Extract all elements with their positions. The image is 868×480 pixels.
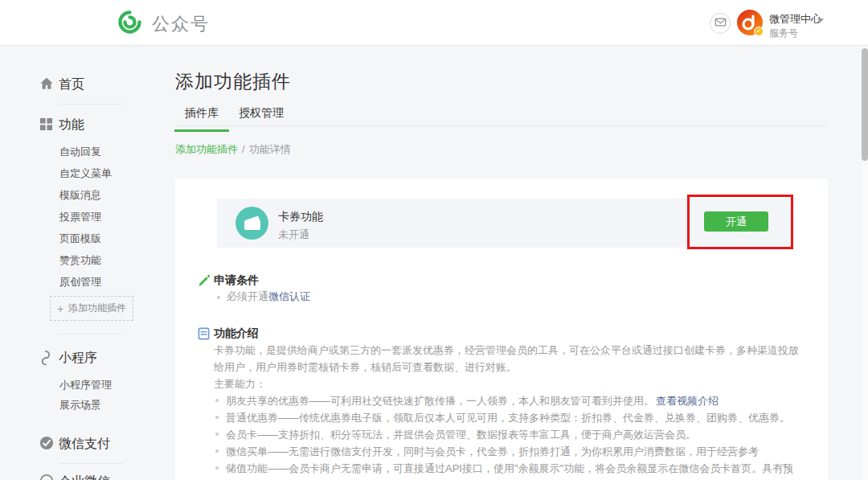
list-item: 微信买单——无需进行微信支付开发，同时与会员卡，代金券，折扣券打通，为你积累用户… [214, 443, 800, 460]
add-plugin-label: 添加功能插件 [68, 302, 126, 315]
sidebar-item-original-management[interactable]: 原创管理 [59, 275, 101, 289]
sidebar-item-miniprogram-management[interactable]: 小程序管理 [59, 378, 112, 392]
bullet-text: 朋友共享的优惠券——可利用社交链快速扩散传播，一人领券，本人和朋友皆可看到并使用… [226, 395, 654, 407]
miniprogram-icon [39, 350, 54, 364]
brand: 公众号 [117, 10, 210, 38]
apply-conditions-title: 申请条件 [214, 273, 259, 288]
scrollbar-thumb[interactable] [862, 48, 868, 161]
account-type-label: 服务号 [769, 27, 798, 40]
bullet-dot [217, 296, 220, 299]
feature-status: 未开通 [278, 228, 309, 242]
chevron-down-icon[interactable] [817, 18, 824, 23]
list-item: 储值功能——会员卡商户无需申请，可直接通过API接口，使用"余额展示"功能，将会… [214, 460, 800, 480]
bullet-text: 微信买单——无需进行微信支付开发，同时与会员卡，代金券，折扣券打通，为你积累用户… [226, 445, 759, 457]
requirement-text: 必须开通 [227, 290, 268, 302]
activate-button[interactable]: 开通 [704, 211, 768, 232]
sidebar-item-vote-management[interactable]: 投票管理 [59, 210, 101, 224]
account-name[interactable]: 微管理中心 [769, 12, 821, 27]
apply-requirement: 必须开通微信认证 [217, 289, 310, 304]
wechat-mp-admin: 公众号 ✓ 微管理中心 服务号 首页 [0, 0, 868, 480]
wechat-verification-link[interactable]: 微信认证 [268, 290, 310, 302]
sidebar-divider [59, 463, 123, 464]
sidebar-item-page-template[interactable]: 页面模版 [59, 232, 101, 246]
feature-intro-body: 卡券功能，是提供给商户或第三方的一套派发优惠券，经营管理会员的工具，可在公众平台… [214, 342, 800, 480]
sidebar-item-home[interactable]: 首页 [59, 76, 84, 93]
sidebar-divider [59, 334, 123, 334]
sidebar-item-reward[interactable]: 赞赏功能 [59, 253, 101, 268]
bullet-text: 普通优惠券——传统优惠券电子版，领取后仅本人可见可用，支持多种类型：折扣券、代金… [226, 412, 790, 424]
list-item: 会员卡——支持折扣、积分等玩法，并提供会员管理、数据报表等丰富工具，便于商户高效… [214, 426, 800, 443]
video-intro-link[interactable]: 查看视频介绍 [656, 395, 719, 407]
document-icon [198, 327, 211, 340]
sidebar-item-miniprogram[interactable]: 小程序 [59, 350, 97, 367]
list-item: 普通优惠券——传统优惠券电子版，领取后仅本人可见可用，支持多种类型：折扣券、代金… [214, 409, 800, 426]
breadcrumb-current: 功能详情 [249, 143, 291, 155]
intro-paragraph: 卡券功能，是提供给商户或第三方的一套派发优惠券，经营管理会员的工具，可在公众平台… [214, 342, 800, 375]
bullet-text: 储值功能——会员卡商户无需申请，可直接通过API接口，使用"余额展示"功能，将会… [226, 462, 793, 480]
bullet-text: 会员卡——支持折扣、积分等玩法，并提供会员管理、数据报表等丰富工具，便于商户高效… [226, 429, 696, 441]
sidebar-item-wechat-pay[interactable]: 微信支付 [59, 436, 110, 453]
scrollbar-track[interactable] [862, 46, 868, 480]
mp-logo-icon [117, 10, 142, 38]
pen-icon [198, 274, 211, 287]
tab-plugin-library[interactable]: 插件库 [174, 106, 229, 132]
feature-intro-title: 功能介绍 [214, 326, 259, 341]
sidebar-item-display-scene[interactable]: 展示场景 [59, 398, 101, 412]
brand-name: 公众号 [152, 12, 210, 36]
work-wechat-icon [39, 474, 54, 480]
messages-button[interactable] [710, 13, 731, 34]
page-title: 添加功能插件 [175, 69, 291, 94]
breadcrumb-separator: / [242, 143, 245, 155]
home-icon [39, 76, 54, 91]
breadcrumb: 添加功能插件/功能详情 [175, 142, 291, 157]
sidebar-item-add-plugin[interactable]: + 添加功能插件 [50, 296, 133, 321]
sidebar-item-features[interactable]: 功能 [59, 117, 84, 133]
verified-badge-icon: ✓ [754, 27, 764, 36]
breadcrumb-link-add-plugin[interactable]: 添加功能插件 [175, 143, 238, 155]
top-header: 公众号 ✓ 微管理中心 服务号 [0, 0, 868, 46]
card-coupon-icon [235, 207, 268, 240]
sidebar-item-template-message[interactable]: 模版消息 [59, 188, 101, 203]
list-item: 朋友共享的优惠券——可利用社交链快速扩散传播，一人领券，本人和朋友皆可看到并使用… [214, 392, 800, 409]
tabs-divider [175, 125, 828, 126]
capabilities-label: 主要能力： [214, 375, 800, 392]
sidebar-item-custom-menu[interactable]: 自定义菜单 [59, 166, 112, 181]
wechat-pay-icon [39, 436, 54, 450]
grid-icon [39, 117, 54, 132]
sidebar-item-auto-reply[interactable]: 自动回复 [59, 145, 101, 159]
sidebar-item-work-wechat[interactable]: 企业微信 [59, 474, 110, 480]
sidebar-divider [59, 104, 123, 105]
capabilities-list: 朋友共享的优惠券——可利用社交链快速扩散传播，一人领券，本人和朋友皆可看到并使用… [214, 392, 800, 480]
feature-name: 卡券功能 [278, 210, 323, 224]
plus-icon: + [57, 303, 63, 314]
envelope-icon [714, 16, 727, 31]
